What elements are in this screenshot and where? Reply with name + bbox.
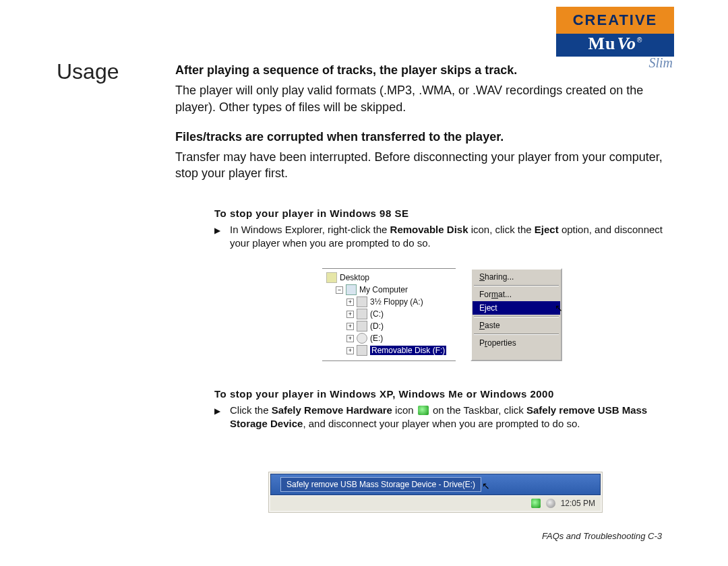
tray-icon[interactable]: [546, 499, 555, 508]
step-win98-text: In Windows Explorer, right-click the Rem…: [230, 223, 679, 251]
logo-product-vo: Vo: [617, 34, 636, 54]
faq-q-2: Files/tracks are corrupted when transfer…: [175, 129, 674, 145]
computer-icon: [346, 284, 357, 295]
menu-separator: [474, 316, 559, 317]
tree-drive-c: + (C:): [326, 308, 448, 320]
menu-format[interactable]: Format...: [473, 288, 560, 301]
step-winxp-text: Click the Safely Remove Hardware icon on…: [230, 404, 679, 431]
logo-top: CREATIVE: [556, 7, 674, 34]
step-winxp-body: ▶ Click the Safely Remove Hardware icon …: [214, 404, 679, 431]
faq-a-2: Transfer may have been interrupted. Befo…: [175, 149, 674, 182]
bullet-icon: ▶: [214, 225, 220, 236]
bullet-icon: ▶: [214, 406, 220, 416]
menu-properties[interactable]: Properties: [473, 336, 560, 350]
floppy-icon: [357, 296, 367, 307]
safely-remove-hardware-icon: [418, 406, 429, 415]
faq-a-1: The player will only play valid formats …: [175, 82, 674, 115]
menu-separator: [474, 285, 559, 286]
logo-product-mu: Mu: [588, 34, 616, 54]
expand-icon: +: [346, 298, 354, 306]
tree-drive-f-selected: + Removable Disk (F:): [326, 344, 448, 356]
drive-icon: [357, 321, 367, 332]
step-winxp: To stop your player in Windows XP, Windo…: [214, 388, 679, 431]
body-content: After playing a sequence of tracks, the …: [175, 62, 674, 195]
tree-mycomputer: − My Computer: [326, 284, 448, 296]
tray-clock: 12:05 PM: [561, 499, 595, 508]
safely-remove-hardware-icon[interactable]: [531, 499, 541, 508]
faq-q-1: After playing a sequence of tracks, the …: [175, 62, 674, 78]
removable-disk-icon: [357, 345, 367, 356]
menu-sharing[interactable]: Sharing...: [473, 270, 560, 284]
xp-tooltip: Safely remove USB Mass Storage Device - …: [280, 477, 481, 492]
logo-brand-text: CREATIVE: [573, 11, 658, 29]
page-footer: FAQs and Troubleshooting C-3: [542, 531, 662, 541]
expand-icon: −: [336, 286, 343, 294]
page: CREATIVE Mu Vo ® Slim Usage After playin…: [0, 0, 728, 566]
cd-icon: [357, 333, 367, 344]
expand-icon: +: [346, 335, 354, 342]
section-title: Usage: [57, 59, 119, 84]
step-win98-body: ▶ In Windows Explorer, right-click the R…: [214, 223, 679, 251]
explorer-tree: Desktop − My Computer + 3½ Floppy (A:) +…: [322, 268, 456, 361]
cursor-icon: ↖: [482, 480, 490, 491]
winxp-screenshot: Safely remove USB Mass Storage Device - …: [268, 472, 603, 513]
tree-desktop: Desktop: [326, 272, 448, 284]
xp-toolbar: Safely remove USB Mass Storage Device - …: [270, 474, 601, 495]
tree-drive-e: + (E:): [326, 332, 448, 344]
step-win98: To stop your player in Windows 98 SE ▶ I…: [214, 208, 679, 251]
desktop-icon: [326, 272, 337, 283]
logo-bottom: Mu Vo ®: [556, 34, 674, 57]
win98-screenshot: Desktop − My Computer + 3½ Floppy (A:) +…: [322, 268, 562, 361]
logo-registered: ®: [637, 36, 642, 44]
tree-drive-a: + 3½ Floppy (A:): [326, 296, 448, 308]
drive-icon: [357, 309, 367, 319]
cursor-icon: ↖: [555, 303, 563, 313]
xp-system-tray: 12:05 PM: [270, 495, 601, 511]
expand-icon: +: [346, 311, 354, 318]
menu-eject[interactable]: Eject ↖: [473, 301, 560, 315]
expand-icon: +: [346, 347, 354, 354]
menu-paste[interactable]: Paste: [473, 319, 560, 332]
step-winxp-title: To stop your player in Windows XP, Windo…: [214, 388, 679, 400]
context-menu: Sharing... Format... Eject ↖ Paste Prope…: [471, 268, 562, 361]
tree-drive-d: + (D:): [326, 320, 448, 332]
expand-icon: +: [346, 323, 354, 330]
menu-separator: [474, 334, 559, 335]
step-win98-title: To stop your player in Windows 98 SE: [214, 208, 679, 219]
brand-logo: CREATIVE Mu Vo ® Slim: [556, 7, 674, 71]
